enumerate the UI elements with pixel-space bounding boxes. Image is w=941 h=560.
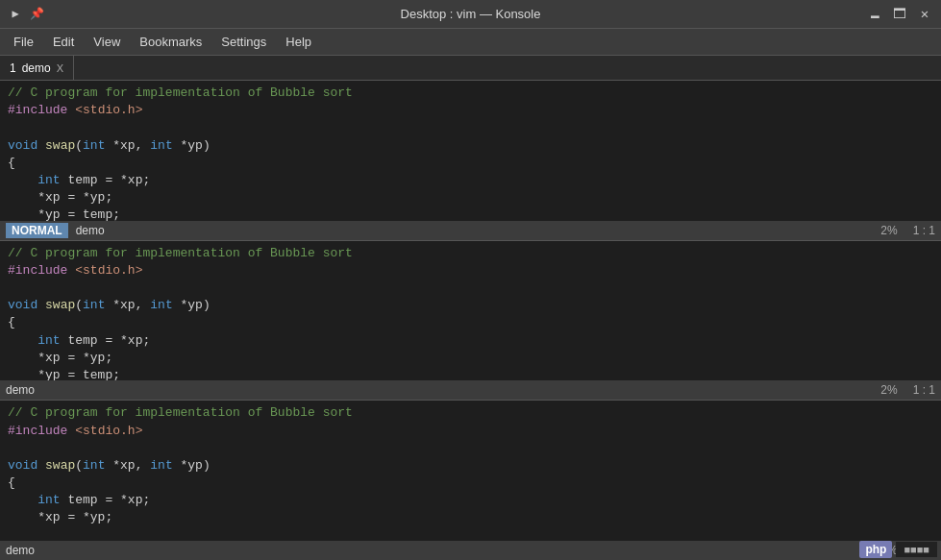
titlebar: ▶ 📌 Desktop : vim — Konsole 🗕 🗖 ✕ — [0, 0, 941, 29]
menu-view[interactable]: View — [86, 33, 128, 51]
statusbar-right-2: 2% 1 : 1 — [880, 383, 935, 397]
statusbar-filename-2: demo — [6, 383, 35, 397]
statusbar-filename-1: demo — [76, 224, 105, 237]
maximize-button[interactable]: 🗖 — [891, 6, 908, 23]
statusbar-left-1: NORMAL demo — [6, 223, 105, 238]
window-title: Desktop : vim — Konsole — [401, 7, 541, 21]
statusbar-3: demo 2% 1 : 1 — [0, 541, 941, 560]
tab-label: demo — [22, 61, 51, 75]
statusbar-2: demo 2% 1 : 1 — [0, 380, 941, 400]
statusbar-1: NORMAL demo 2% 1 : 1 — [0, 221, 941, 240]
code-content-1[interactable]: // C program for implementation of Bubbl… — [0, 81, 941, 221]
tab-demo[interactable]: 1 demo X — [0, 56, 74, 80]
statusbar-position-2: 1 : 1 — [913, 383, 935, 397]
code-content-2[interactable]: // C program for implementation of Bubbl… — [0, 241, 941, 381]
statusbar-left-3: demo — [6, 544, 35, 557]
mode-badge: NORMAL — [6, 223, 68, 238]
dark-badge: ■■■■ — [896, 542, 937, 557]
close-button[interactable]: ✕ — [916, 6, 933, 23]
minimize-button[interactable]: 🗕 — [866, 6, 883, 23]
pin-icon: 📌 — [29, 7, 44, 22]
menu-bookmarks[interactable]: Bookmarks — [132, 33, 210, 51]
bottom-bar: php ■■■■ — [855, 539, 941, 560]
menubar: File Edit View Bookmarks Settings Help — [0, 29, 941, 56]
menu-file[interactable]: File — [6, 33, 41, 51]
editor-container: // C program for implementation of Bubbl… — [0, 81, 941, 560]
tab-close-button[interactable]: X — [57, 62, 63, 74]
statusbar-filename-3: demo — [6, 544, 35, 557]
statusbar-left-2: demo — [6, 383, 35, 397]
editor-pane-1: // C program for implementation of Bubbl… — [0, 81, 941, 241]
menu-help[interactable]: Help — [278, 33, 319, 51]
statusbar-percent-2: 2% — [880, 383, 897, 397]
terminal-icon: ▶ — [8, 7, 23, 22]
menu-edit[interactable]: Edit — [45, 33, 82, 51]
window-controls: 🗕 🗖 ✕ — [866, 6, 933, 23]
statusbar-position-1: 1 : 1 — [913, 224, 935, 237]
php-badge: php — [859, 541, 892, 558]
editor-pane-3: // C program for implementation of Bubbl… — [0, 401, 941, 560]
titlebar-left: ▶ 📌 — [8, 7, 44, 22]
tab-bar: 1 demo X — [0, 56, 941, 81]
tab-number: 1 — [10, 61, 16, 75]
menu-settings[interactable]: Settings — [213, 33, 274, 51]
editor-pane-2: // C program for implementation of Bubbl… — [0, 241, 941, 402]
code-content-3[interactable]: // C program for implementation of Bubbl… — [0, 401, 941, 541]
statusbar-right-1: 2% 1 : 1 — [880, 224, 935, 237]
statusbar-percent-1: 2% — [880, 224, 897, 237]
